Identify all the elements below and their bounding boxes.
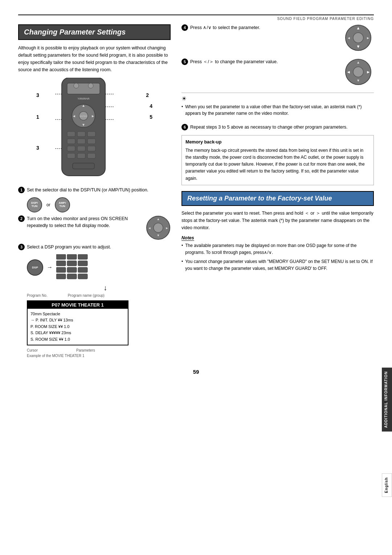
remote-label-1: 1 xyxy=(36,114,39,120)
step-3-num: 3 xyxy=(18,244,25,250)
svg-rect-13 xyxy=(67,139,75,144)
svg-rect-48 xyxy=(78,274,87,279)
svg-rect-10 xyxy=(67,131,75,137)
cursor-label: Cursor xyxy=(27,348,38,352)
svg-point-24 xyxy=(88,83,93,88)
step-4-img: ▲ ▼ ◄ ► ▲ ▼ xyxy=(345,24,374,53)
svg-text:►: ► xyxy=(166,226,169,230)
remote-label-5: 5 xyxy=(150,114,152,120)
button-grid xyxy=(56,254,89,281)
svg-rect-44 xyxy=(67,267,77,272)
step-5-text: Press ＜/＞ to change the parameter value. xyxy=(190,58,341,65)
svg-point-23 xyxy=(74,83,79,88)
step-3: 3 Select a DSP program you want to adjus… xyxy=(18,244,171,251)
amp-tun-dial: AMP/TUN xyxy=(55,197,70,212)
dsp-icon: DSP xyxy=(27,259,43,276)
svg-text:◄: ◄ xyxy=(347,70,351,74)
step-2-num: 2 xyxy=(18,215,25,222)
tip-bullet-1: • When you set the parameter to a value … xyxy=(181,104,374,117)
dial-row: DSP/TUN or AMP/TUN xyxy=(27,197,171,212)
example-text: Example of the MOVIE THEATER 1 xyxy=(27,354,171,358)
cursor-label-row: Cursor Parameters xyxy=(27,348,171,352)
notes-title: Notes xyxy=(181,235,194,241)
svg-rect-22 xyxy=(73,163,94,169)
parameters-label: Parameters xyxy=(76,348,95,352)
svg-text:►: ► xyxy=(91,114,95,118)
svg-rect-19 xyxy=(67,153,75,158)
step-5: 5 Press ＜/＞ to change the parameter valu… xyxy=(181,58,374,87)
step-4: 4 Press ∧/∨ to select the parameter. ▲ ▼… xyxy=(181,24,374,53)
step-1-text: Set the selector dial to the DSP/TUN (or… xyxy=(27,187,171,194)
memory-backup-title: Memory back-up xyxy=(185,138,370,146)
svg-rect-14 xyxy=(77,139,85,144)
svg-rect-15 xyxy=(87,139,95,144)
step-5-num: 5 xyxy=(181,58,188,65)
param-line-1: → P. INIT. DLY ¥¥ 13ms xyxy=(30,317,125,324)
svg-rect-11 xyxy=(77,131,85,137)
reset-title: Resetting a Parameter to the Factory-set… xyxy=(181,191,374,206)
notes-box: Notes • The available parameters may be … xyxy=(181,235,374,272)
note-2-text: You cannot change parameter values with … xyxy=(185,258,374,272)
svg-rect-39 xyxy=(78,254,87,259)
param-display: P07 MOVIE THEATER 1 70mm Spectacle → P. … xyxy=(27,300,128,346)
svg-text:◄: ◄ xyxy=(72,114,76,118)
remote-label-3a: 3 xyxy=(36,92,39,98)
svg-text:ENTER: ENTER xyxy=(80,115,87,117)
remote-diagram: 3 1 3 2 4 5 YAMAHA xyxy=(29,78,160,183)
page-header: SOUND FIELD PROGRAM PARAMETER EDITING xyxy=(18,15,374,21)
svg-rect-1 xyxy=(67,83,100,94)
page-number: 59 xyxy=(18,369,374,375)
reset-section: Resetting a Parameter to the Factory-set… xyxy=(181,191,374,272)
step5-navpad: ▲ ▼ ◄ ► ◄ ► xyxy=(345,58,372,86)
right-column: 4 Press ∧/∨ to select the parameter. ▲ ▼… xyxy=(181,24,374,358)
reset-body: Select the parameter you want to reset. … xyxy=(181,210,374,231)
step-6-text: Repeat steps 3 to 5 above as necessary t… xyxy=(190,124,374,131)
param-line-4: S. ROOM SIZE ¥¥ 1.0 xyxy=(30,336,125,343)
tip-box: ☀ • When you set the parameter to a valu… xyxy=(181,93,374,121)
remote-svg: YAMAHA ▲ ▼ ◄ ► ENTER xyxy=(47,78,131,184)
step-1-num: 1 xyxy=(18,187,25,193)
intro-text: Although it is possible to enjoy playbac… xyxy=(18,44,171,73)
svg-text:◄: ◄ xyxy=(148,226,151,230)
svg-rect-17 xyxy=(77,146,85,151)
svg-rect-41 xyxy=(67,261,77,266)
svg-rect-40 xyxy=(56,261,66,266)
svg-rect-37 xyxy=(56,254,66,259)
step-3-text: Select a DSP program you want to adjust. xyxy=(27,244,171,251)
tip-text-1: When you set the parameter to a value ot… xyxy=(185,104,374,117)
param-display-labels: Program No. Program name (group) xyxy=(27,293,171,297)
svg-rect-18 xyxy=(87,146,95,151)
svg-point-50 xyxy=(353,33,363,43)
param-line-2: P. ROOM SIZE ¥¥ 1.0 xyxy=(30,324,125,330)
svg-rect-46 xyxy=(56,274,66,279)
page-container: SOUND FIELD PROGRAM PARAMETER EDITING Ch… xyxy=(0,0,392,555)
svg-rect-47 xyxy=(67,274,77,279)
language-tab: English xyxy=(382,473,392,497)
step2-navpad-svg: ▲ ▼ ◄ ► xyxy=(146,215,171,240)
dsp-tun-dial: DSP/TUN xyxy=(27,197,42,212)
svg-text:▼: ▼ xyxy=(157,234,160,237)
svg-text:▲: ▲ xyxy=(356,60,360,64)
additional-information-tab: ADDITIONAL INFORMATION xyxy=(382,368,392,432)
step-6-num: 6 xyxy=(181,124,188,130)
memory-backup-text: The memory back-up circuit prevents the … xyxy=(185,147,370,182)
step-1: 1 Set the selector dial to the DSP/TUN (… xyxy=(18,187,171,194)
remote-label-2: 2 xyxy=(146,92,149,98)
svg-rect-42 xyxy=(78,261,87,266)
param-body: 70mm Spectacle → P. INIT. DLY ¥¥ 13ms P.… xyxy=(28,309,128,345)
step-5-img: ▲ ▼ ◄ ► ◄ ► xyxy=(345,58,374,87)
svg-text:►: ► xyxy=(366,36,370,40)
step-2: 2 Turn on the video monitor and press ON… xyxy=(18,215,171,240)
remote-label-3b: 3 xyxy=(36,145,39,151)
svg-text:▲: ▲ xyxy=(157,217,160,221)
svg-rect-16 xyxy=(67,146,75,151)
down-arrow: ↓ xyxy=(40,284,171,292)
svg-text:▼: ▼ xyxy=(356,78,360,82)
svg-text:▲: ▲ xyxy=(356,26,360,30)
param-header: P07 MOVIE THEATER 1 xyxy=(28,301,128,309)
svg-text:▼: ▼ xyxy=(82,123,85,127)
svg-rect-21 xyxy=(87,153,95,158)
step-6: 6 Repeat steps 3 to 5 above as necessary… xyxy=(181,124,374,131)
svg-point-32 xyxy=(154,223,163,232)
svg-rect-12 xyxy=(87,131,95,137)
